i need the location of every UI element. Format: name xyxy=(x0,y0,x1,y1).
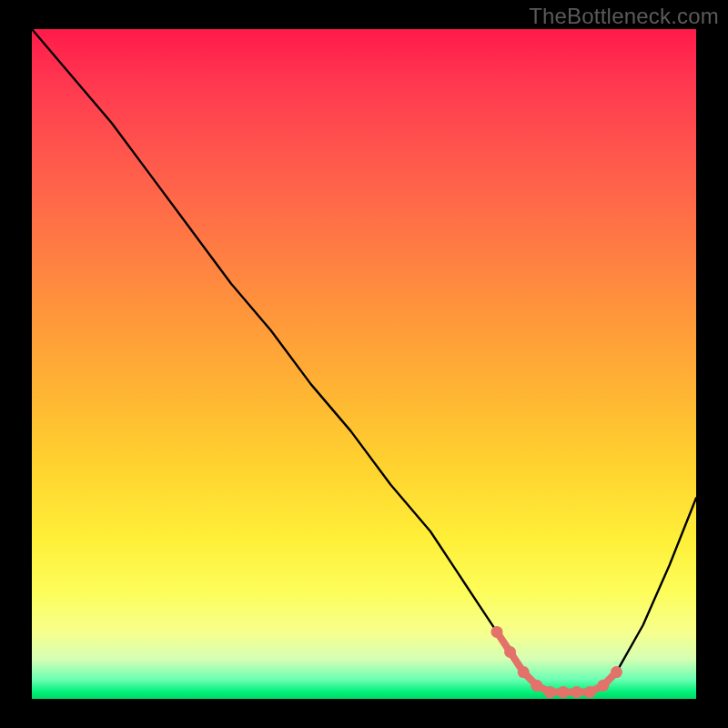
optimal-marker-dot xyxy=(531,680,542,692)
optimal-marker-dot xyxy=(544,686,556,698)
optimal-marker-dot xyxy=(611,666,622,678)
bottleneck-curve xyxy=(32,29,696,693)
optimal-marker-dot xyxy=(571,686,582,698)
watermark-text: TheBottleneck.com xyxy=(529,4,719,29)
optimal-marker-dot xyxy=(597,680,609,692)
chart-frame: TheBottleneck.com xyxy=(0,0,728,728)
optimal-marker-dot xyxy=(491,626,503,638)
chart-svg xyxy=(32,29,696,699)
optimal-marker-dot xyxy=(558,686,570,698)
optimal-marker-dot xyxy=(584,686,596,698)
optimal-marker-dot xyxy=(504,646,516,658)
optimal-zone-markers xyxy=(491,626,622,698)
optimal-marker-dot xyxy=(518,666,530,678)
plot-area xyxy=(32,29,696,699)
